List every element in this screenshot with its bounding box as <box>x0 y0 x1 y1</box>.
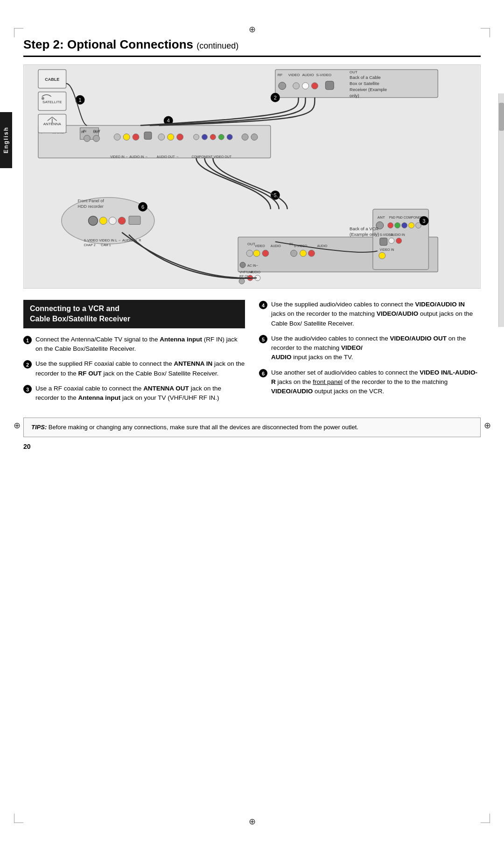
svg-text:HDD recorder: HDD recorder <box>78 204 104 209</box>
svg-text:VIDEO IN ← AUDIO IN →: VIDEO IN ← AUDIO IN → <box>110 155 148 158</box>
svg-point-71 <box>395 223 400 228</box>
svg-point-37 <box>227 134 232 140</box>
instruction-number-6: 6 <box>259 369 267 377</box>
svg-text:Front Panel of: Front Panel of <box>78 199 105 203</box>
svg-point-58 <box>240 262 245 268</box>
svg-point-24 <box>84 135 91 142</box>
svg-point-54 <box>291 250 297 256</box>
instruction-item-6: 6 Use another set of audio/video cables … <box>259 368 481 397</box>
section-title: Connecting to a VCR and Cable Box/Satell… <box>30 304 238 325</box>
svg-text:6: 6 <box>141 204 144 210</box>
instructions-container: Connecting to a VCR and Cable Box/Satell… <box>23 300 481 408</box>
svg-point-78 <box>389 238 394 243</box>
svg-point-28 <box>133 134 139 140</box>
tips-box: TIPS: Before making or changing any conn… <box>23 418 481 437</box>
svg-text:RF: RF <box>278 73 283 77</box>
svg-rect-93 <box>129 216 140 225</box>
instruction-number-4: 4 <box>259 301 267 309</box>
svg-text:3: 3 <box>422 218 425 224</box>
svg-text:CABLE: CABLE <box>45 77 59 82</box>
svg-point-72 <box>402 223 407 228</box>
svg-text:PbD PbD COMPONENT: PbD PbD COMPONENT <box>389 216 425 219</box>
svg-text:Back of a VCR: Back of a VCR <box>350 226 378 231</box>
svg-point-70 <box>388 223 393 228</box>
svg-text:AUDIO OUT →: AUDIO OUT → <box>157 155 179 158</box>
page-container: ⊕ ⊕ ⊕ ⊕ English Step 2: Optional Connect… <box>0 0 504 851</box>
svg-text:SATELLITE: SATELLITE <box>42 100 62 104</box>
svg-rect-18 <box>38 125 271 158</box>
instruction-text-1: Connect the Antenna/Cable TV signal to t… <box>35 335 245 354</box>
svg-text:OUT: OUT <box>350 70 357 74</box>
page-title: Step 2: Optional Connections (continued) <box>23 37 481 57</box>
title-text: Step 2: Optional Connections <box>23 37 193 51</box>
svg-point-31 <box>168 134 174 140</box>
instruction-item-2: 2 Use the supplied RF coaxial cable to c… <box>23 359 245 378</box>
svg-text:Box or Satellite: Box or Satellite <box>350 81 379 86</box>
svg-point-91 <box>109 217 116 225</box>
corner-mark-bl <box>14 814 23 823</box>
instruction-item-5: 5 Use the audio/video cables to connect … <box>259 334 481 362</box>
scrollbar-thumb[interactable] <box>499 103 504 131</box>
tips-text: Before making or changing any connection… <box>49 424 358 431</box>
svg-point-38 <box>242 134 248 140</box>
svg-text:Receiver (Example: Receiver (Example <box>350 87 387 92</box>
svg-point-89 <box>88 216 98 226</box>
svg-text:S-VIDEO: S-VIDEO <box>316 73 331 77</box>
svg-text:VIDEO: VIDEO <box>255 244 265 248</box>
svg-text:CHAP 2: CHAP 2 <box>84 243 96 247</box>
svg-text:AC IN~: AC IN~ <box>247 264 258 267</box>
svg-point-49 <box>253 250 260 256</box>
instruction-number-1: 1 <box>23 336 32 344</box>
instruction-text-6: Use another set of audio/video cables to… <box>271 368 481 397</box>
svg-point-33 <box>194 134 199 140</box>
svg-text:VIDEO: VIDEO <box>288 73 300 77</box>
svg-text:AUDIO: AUDIO <box>271 244 281 248</box>
instruction-text-2: Use the supplied RF coaxial cable to con… <box>35 359 245 378</box>
svg-rect-76 <box>380 238 387 245</box>
svg-text:ANT: ANT <box>378 215 385 220</box>
svg-point-30 <box>158 134 165 140</box>
svg-text:4: 4 <box>167 118 170 123</box>
svg-point-47 <box>246 250 253 256</box>
svg-rect-11 <box>325 81 334 90</box>
svg-point-92 <box>118 217 126 225</box>
svg-point-26 <box>114 134 120 140</box>
english-tab-label: English <box>3 127 9 153</box>
svg-text:AUDIO: AUDIO <box>250 270 261 274</box>
svg-point-81 <box>379 252 385 259</box>
diagram-area: RF VIDEO AUDIO S-VIDEO OUT Back of a Cab… <box>23 64 481 289</box>
instruction-text-5: Use the audio/video cables to connect th… <box>271 334 481 362</box>
instructions-right: 4 Use the supplied audio/video cables to… <box>259 300 481 408</box>
instruction-item-1: 1 Connect the Antenna/Cable TV signal to… <box>23 335 245 354</box>
svg-point-55 <box>300 250 307 256</box>
svg-point-9 <box>302 83 309 89</box>
svg-point-56 <box>308 250 315 256</box>
svg-text:only): only) <box>350 93 359 98</box>
english-tab: English <box>0 112 12 168</box>
svg-text:Back of a Cable: Back of a Cable <box>350 75 381 80</box>
svg-point-79 <box>396 238 402 243</box>
svg-text:(Example only): (Example only) <box>350 232 379 237</box>
scrollbar[interactable] <box>498 93 504 327</box>
svg-point-7 <box>279 82 286 90</box>
svg-point-39 <box>251 134 258 140</box>
svg-point-10 <box>311 83 318 89</box>
reg-mark-left: ⊕ <box>13 422 21 429</box>
svg-point-90 <box>99 217 107 225</box>
svg-point-8 <box>293 83 300 89</box>
title-continued: (continued) <box>196 41 238 50</box>
instruction-item-3: 3 Use a RF coaxial cable to connect the … <box>23 384 245 403</box>
svg-point-73 <box>409 223 414 228</box>
instruction-number-5: 5 <box>259 335 267 343</box>
svg-point-32 <box>177 134 183 140</box>
reg-mark-top: ⊕ <box>248 26 256 33</box>
svg-point-35 <box>210 134 216 140</box>
svg-point-34 <box>202 134 207 140</box>
svg-point-50 <box>262 250 269 256</box>
svg-text:2: 2 <box>274 95 277 100</box>
svg-text:IN: IN <box>83 129 86 133</box>
svg-point-25 <box>93 135 99 142</box>
reg-mark-bottom: ⊕ <box>248 818 256 825</box>
instructions-left: Connecting to a VCR and Cable Box/Satell… <box>23 300 245 408</box>
svg-point-62 <box>239 278 245 284</box>
